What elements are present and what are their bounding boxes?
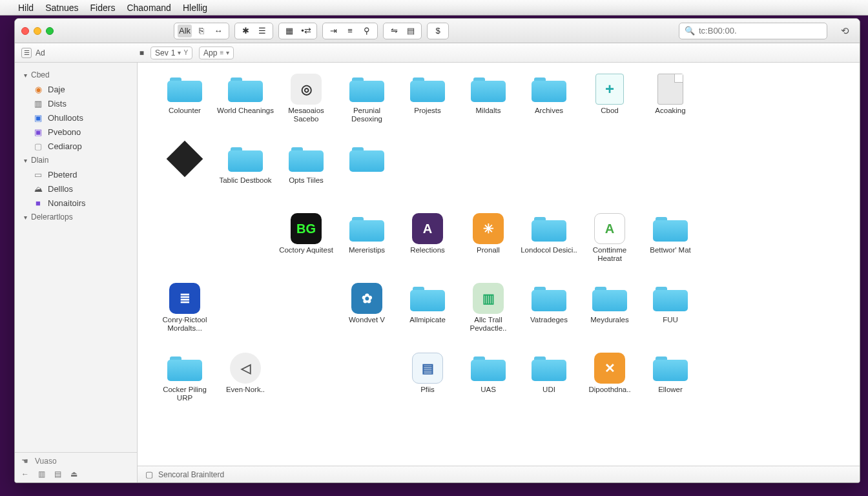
menu-item[interactable]: Fiders [90,3,116,13]
grid-item[interactable]: Projests [397,74,458,139]
diamond-icon [167,141,203,178]
list-icon[interactable]: ≡ [343,25,357,37]
zoom-button[interactable] [46,27,54,35]
grid-item[interactable]: UAS [458,353,519,418]
grid-item[interactable]: Vatradeges [519,284,579,348]
sidebar-item[interactable]: ▣Ohulloots [15,110,137,125]
sidebar-item[interactable]: ▥Dists [15,96,137,110]
sort-dropdown[interactable]: Sev 1 ▾ Y [150,46,192,59]
grid-item-label: Pronall [477,246,500,254]
list-small-icon[interactable]: ▤ [54,470,61,479]
menu-item[interactable]: Hild [18,3,34,13]
grid-item[interactable]: AConttinme Heatrat [579,214,640,278]
view-icon-button[interactable]: Alk [178,25,192,37]
arrange-icon[interactable]: ☰ [255,25,269,37]
sidebar-item[interactable]: ■Nonaitoirs [15,196,137,210]
grid-item[interactable] [154,144,215,209]
grid-item[interactable]: FUU [640,284,701,348]
grid-item-label: Allc Trall Pevdactle.. [460,316,517,333]
grid-item[interactable]: ✿Wondvet V [336,284,397,348]
tag-icon[interactable]: ⚲ [360,25,374,37]
grid-item[interactable]: Archives [519,74,579,139]
grid-small-icon[interactable]: ▥ [38,470,45,479]
grid-item[interactable]: ✕Dipoothdna.. [579,353,640,418]
document-icon [657,74,683,105]
app-icon: ✳ [473,213,504,244]
flow-icon[interactable]: •⇄ [299,25,313,37]
menu-item[interactable]: Satnues [45,3,78,13]
grid-icon[interactable]: ▦ [282,25,296,37]
menu-item[interactable]: Hlellig [183,3,207,13]
search-field[interactable]: 🔍 [679,23,827,39]
sidebar-item[interactable]: ⛰Delllos [15,181,137,196]
grid-item-label: Conry·Rictool Mordalts... [156,316,213,333]
toolbar-group-action: ⇥ ≡ ⚲ [322,23,378,39]
close-button[interactable] [21,27,29,35]
grid-item[interactable]: Opts Tiiles [276,144,336,209]
grid-item[interactable]: Allmipicate [397,284,458,348]
grid-item[interactable]: Meydurales [579,284,640,348]
grid-item[interactable]: Mildalts [458,74,519,139]
search-icon: 🔍 [685,26,695,36]
minimize-button[interactable] [34,27,41,35]
price-icon[interactable]: $ [431,25,445,37]
sidebar-section-header[interactable]: Dlain [15,153,137,167]
grid-item[interactable]: ▤Pfiis [397,353,458,418]
grid-item-label: UAS [480,386,496,394]
sidebar-item-label: Pvebono [48,127,81,137]
grid-item[interactable]: Cocker Piling URP [154,353,215,418]
grid-item[interactable]: +Cbod [579,74,640,139]
grid-item[interactable]: Londocol Desici.. [519,214,579,278]
folder-icon [167,76,202,102]
search-input[interactable] [699,26,822,36]
grid-item-label: UDI [542,386,555,394]
grid-item[interactable]: ▥Allc Trall Pevdactle.. [458,284,519,348]
grid-item[interactable]: Bettwor' Mat [640,214,701,278]
sidebar-item[interactable]: ▭Pbeterd [15,167,137,181]
grid-item[interactable]: ≣Conry·Rictool Mordalts... [154,284,215,348]
panel-icon[interactable]: ▤ [404,25,418,37]
view-column-button[interactable]: ↔ [211,25,225,37]
view-list-button[interactable]: ⎘ [194,25,209,37]
menu-item[interactable]: Chaomand [127,3,171,13]
grid-item[interactable]: Perunial Desoxing [336,74,397,139]
grid-item[interactable]: Acoaking [640,74,701,139]
toolbar-group-view: Alk ⎘ ↔ [174,23,229,39]
folder-icon [532,76,566,102]
grid-item[interactable] [336,144,397,209]
back-icon[interactable]: ← [21,470,29,479]
share-icon[interactable]: ⇥ [326,25,340,37]
edit-icon[interactable]: ⇋ [387,25,401,37]
grid-item-label: Londocol Desici.. [521,246,577,254]
gear-icon[interactable]: ✱ [238,25,253,37]
grid-item[interactable]: BGCoctory Aquitest [276,214,336,278]
sidebar-item-label: Cediarop [48,141,82,151]
grid-item[interactable]: ◎Mesaoaios Sacebo [276,74,336,139]
grid-item-label: Pfiis [420,386,435,394]
grid-item[interactable]: Tablic Destbook [215,144,276,209]
arrange-dropdown[interactable]: App ≡ ▾ [199,46,234,59]
sidebar-section-header[interactable]: Cbed [15,68,137,82]
eject-icon[interactable]: ⏏ [70,470,78,479]
toolbar-group-layout: ▦ •⇄ [278,23,317,39]
toolbar-group-settings: ✱ ☰ [234,23,273,39]
grid-item-label: Vatradeges [530,316,568,324]
sidebar-item[interactable]: ▢Cediarop [15,139,137,153]
grid-item[interactable]: Ellower [640,353,701,418]
grid-item[interactable]: Colounter [154,74,215,139]
grid-item-label: Opts Tiiles [289,176,324,185]
grid-item[interactable]: World Cheanings [215,74,276,139]
grid-item[interactable]: UDI [519,353,579,418]
sidebar-section-header[interactable]: Delerartlops [15,210,137,224]
grid-item[interactable]: ✳Pronall [458,214,519,278]
sidebar-item[interactable]: ◉Daje [15,82,137,96]
grid-item[interactable]: ARelections [397,214,458,278]
path-icon[interactable]: ☰ [21,48,32,58]
grid-item-label: World Cheanings [217,107,274,115]
sidebar-item[interactable]: ▣Pvebono [15,125,137,139]
grid-item[interactable]: Mereristips [336,214,397,278]
system-menubar: Hild Satnues Fiders Chaomand Hlellig [0,0,868,16]
refresh-icon[interactable]: ⟲ [836,23,853,39]
app-icon: BG [291,213,322,244]
grid-item[interactable]: ◁Even·Nork.. [215,353,276,418]
